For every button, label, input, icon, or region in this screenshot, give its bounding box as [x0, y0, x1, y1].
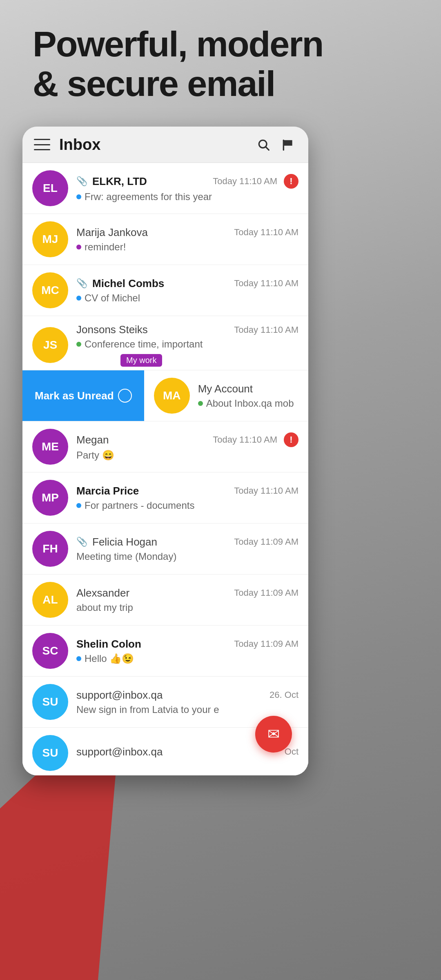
sender-name: support@inbox.qa [76, 746, 163, 758]
compose-icon: ✉ [267, 726, 280, 743]
unread-dot [76, 342, 81, 347]
attachment-icon: 📎 [76, 176, 87, 187]
inbox-title: Inbox [59, 136, 254, 154]
email-preview: Hello 👍😉 [85, 653, 134, 664]
unread-dot [76, 296, 81, 301]
email-item-al[interactable]: AL Alexsander Today 11:09 AM about my tr… [22, 575, 308, 626]
email-time: Today 11:09 AM [234, 588, 298, 598]
unread-dot [76, 194, 81, 199]
sender-name: ELKR, LTD [92, 175, 147, 188]
email-time: Today 11:09 AM [234, 639, 298, 649]
sender-name: Jonsons Steiks [76, 323, 148, 336]
email-content: 📎 Michel Combs Today 11:10 AM CV of Mich… [76, 277, 298, 304]
email-time: Today 11:10 AM [234, 325, 298, 335]
attachment-icon: 📎 [76, 278, 87, 289]
hero-line1: Powerful, modern [33, 24, 323, 64]
email-time: Oct [285, 746, 298, 757]
hero-line2: & secure email [33, 64, 323, 104]
email-time: Today 11:10 AM [234, 278, 298, 289]
flag-button[interactable] [279, 136, 297, 154]
sender-name: My Account [198, 383, 253, 395]
email-preview: reminder! [85, 241, 126, 253]
email-preview: Party 😄 [76, 450, 114, 461]
tag-label: My work [120, 354, 162, 367]
unread-dot [198, 401, 203, 406]
unread-dot [76, 656, 81, 661]
sender-name: Megan [76, 434, 109, 446]
email-content: Marija Jankova Today 11:10 AM reminder! [76, 226, 298, 253]
unread-dot [76, 245, 81, 249]
avatar: MP [32, 480, 68, 516]
email-time: Today 11:10 AM [213, 176, 277, 187]
email-time: Today 11:10 AM [234, 227, 298, 238]
swipe-action-label: Mark as Unread [35, 390, 114, 402]
email-item-mp[interactable]: MP Marcia Price Today 11:10 AM For partn… [22, 472, 308, 523]
email-content: Megan Today 11:10 AM ! Party 😄 [76, 432, 298, 461]
sender-name: Marcia Price [76, 485, 139, 497]
app-card: Inbox EL 📎 ELKR, LTD Today 11:10 AM ! [22, 127, 308, 775]
email-preview: New sign in from Latvia to your e [76, 704, 219, 715]
email-item-me[interactable]: ME Megan Today 11:10 AM ! Party 😄 [22, 421, 308, 472]
email-time: Today 11:09 AM [234, 537, 298, 547]
attachment-icon: 📎 [76, 537, 87, 547]
important-badge: ! [284, 432, 298, 447]
email-item-sc[interactable]: SC Shelin Colon Today 11:09 AM Hello 👍😉 [22, 626, 308, 677]
sender-name: Marija Jankova [76, 226, 148, 239]
avatar: JS [32, 327, 68, 363]
email-preview: Conference time, important [85, 339, 203, 350]
avatar: AL [32, 582, 68, 618]
email-preview: For partners - documents [85, 500, 194, 511]
avatar: SC [32, 633, 68, 669]
email-preview: CV of Michel [85, 292, 140, 304]
email-list: EL 📎 ELKR, LTD Today 11:10 AM ! Frw: agr… [22, 163, 308, 775]
email-content: Shelin Colon Today 11:09 AM Hello 👍😉 [76, 638, 298, 664]
email-content: My Account About Inbox.qa mob [198, 383, 298, 409]
avatar: MA [154, 378, 190, 414]
email-item-mc[interactable]: MC 📎 Michel Combs Today 11:10 AM CV of M… [22, 265, 308, 316]
menu-button[interactable] [34, 139, 50, 150]
search-button[interactable] [254, 136, 272, 154]
avatar: ME [32, 429, 68, 465]
email-time: Today 11:10 AM [213, 434, 277, 445]
email-item-mj[interactable]: MJ Marija Jankova Today 11:10 AM reminde… [22, 214, 308, 265]
email-preview: about my trip [76, 602, 133, 613]
email-item-fh[interactable]: FH 📎 Felicia Hogan Today 11:09 AM Meetin… [22, 523, 308, 575]
sender-name: Felicia Hogan [92, 536, 157, 548]
email-content: support@inbox.qa 26. Oct New sign in fro… [76, 689, 298, 715]
email-time: Today 11:10 AM [234, 486, 298, 496]
email-preview: Meeting time (Monday) [76, 551, 176, 562]
email-preview: About Inbox.qa mob [206, 398, 294, 409]
unread-dot [76, 503, 81, 508]
email-item-js[interactable]: JS Jonsons Steiks Today 11:10 AM Confere… [22, 316, 308, 370]
email-preview: Frw: agreements for this year [85, 191, 212, 203]
avatar: MC [32, 272, 68, 308]
avatar: MJ [32, 221, 68, 257]
email-item-ma[interactable]: MA My Account About Inbox.qa mob [144, 370, 308, 421]
sender-name: Shelin Colon [76, 638, 141, 650]
email-content: Jonsons Steiks Today 11:10 AM Conference… [76, 323, 298, 367]
sender-name: Michel Combs [92, 277, 164, 290]
inbox-header: Inbox [22, 127, 308, 163]
email-content: 📎 Felicia Hogan Today 11:09 AM Meeting t… [76, 536, 298, 562]
sender-name: support@inbox.qa [76, 689, 163, 702]
important-badge: ! [284, 174, 298, 189]
compose-fab[interactable]: ✉ [255, 716, 292, 753]
sender-name: Alexsander [76, 587, 129, 599]
avatar: SU [32, 684, 68, 720]
swipe-circle-icon [118, 389, 132, 403]
email-time: 26. Oct [270, 690, 298, 700]
avatar: SU [32, 735, 68, 771]
svg-line-1 [266, 147, 269, 150]
email-content: Marcia Price Today 11:10 AM For partners… [76, 485, 298, 511]
avatar: EL [32, 170, 68, 206]
mark-as-unread-button[interactable]: Mark as Unread [22, 370, 144, 421]
email-content: Alexsander Today 11:09 AM about my trip [76, 587, 298, 613]
email-item-elkr[interactable]: EL 📎 ELKR, LTD Today 11:10 AM ! Frw: agr… [22, 163, 308, 214]
avatar: FH [32, 531, 68, 567]
swipe-row: Mark as Unread MA My Account About Inbox… [22, 370, 308, 421]
email-content: 📎 ELKR, LTD Today 11:10 AM ! Frw: agreem… [76, 174, 298, 203]
hero-text: Powerful, modern & secure email [33, 24, 323, 104]
